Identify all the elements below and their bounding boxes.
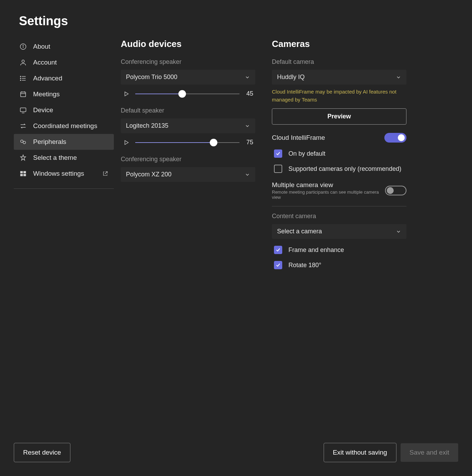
svg-point-17 (23, 141, 26, 144)
conf-speaker-label: Conferencing speaker (121, 58, 255, 66)
default-camera-label: Default camera (272, 58, 406, 66)
chevron-down-icon (396, 229, 401, 234)
sidebar-item-label: Account (33, 59, 57, 66)
sidebar-item-label: Windows settings (33, 170, 84, 177)
svg-rect-21 (23, 174, 26, 176)
sidebar-item-advanced[interactable]: Advanced (14, 70, 114, 86)
sidebar-item-label: Peripherals (33, 138, 66, 146)
page-title: Settings (0, 0, 472, 28)
on-by-default-label: On by default (288, 150, 325, 157)
conf-speaker-volume-value: 45 (245, 90, 253, 97)
list-icon (19, 75, 27, 82)
sidebar-item-label: Meetings (33, 90, 60, 98)
conf-speaker-value: Polycom Trio 5000 (126, 74, 177, 81)
default-camera-select[interactable]: Huddly IQ (272, 70, 406, 85)
play-icon[interactable] (123, 90, 130, 97)
supported-cameras-label: Supported cameras only (recommended) (288, 165, 401, 173)
conf-speaker-volume-slider[interactable] (135, 90, 239, 97)
save-and-exit-button[interactable]: Save and exit (401, 443, 458, 462)
exit-without-saving-button[interactable]: Exit without saving (324, 443, 396, 462)
svg-point-3 (22, 60, 24, 62)
sidebar-item-label: About (33, 43, 50, 50)
svg-rect-14 (20, 108, 26, 112)
play-icon[interactable] (123, 139, 130, 146)
theme-icon (19, 154, 27, 162)
reset-device-button[interactable]: Reset device (14, 443, 70, 462)
multi-view-toggle[interactable] (385, 186, 406, 195)
svg-point-2 (23, 45, 23, 46)
sidebar-item-device[interactable]: Device (14, 102, 114, 118)
conf-speaker2-value: Polycom XZ 200 (126, 171, 171, 178)
on-by-default-checkbox[interactable] (274, 149, 282, 158)
default-speaker-volume-value: 75 (245, 139, 253, 146)
svg-point-9 (20, 80, 21, 81)
content-camera-label: Content camera (272, 213, 406, 220)
sidebar-item-label: Device (33, 106, 53, 114)
conf-speaker-select[interactable]: Polycom Trio 5000 (121, 70, 255, 85)
default-speaker-volume-slider[interactable] (135, 139, 239, 146)
rotate-180-label: Rotate 180° (288, 262, 321, 269)
audio-heading: Audio devices (121, 39, 255, 49)
conf-speaker2-label: Conferencing speaker (121, 156, 255, 163)
sidebar-item-peripherals[interactable]: Peripherals (14, 134, 114, 150)
sidebar-item-label: Select a theme (33, 154, 77, 162)
sidebar-item-label: Advanced (33, 75, 62, 82)
arrows-icon (19, 122, 27, 130)
rotate-180-checkbox[interactable] (274, 261, 282, 269)
footer: Reset device Exit without saving Save an… (14, 443, 458, 462)
default-speaker-label: Default speaker (121, 107, 255, 114)
svg-point-7 (20, 76, 21, 77)
person-icon (19, 59, 27, 66)
default-camera-value: Huddly IQ (277, 74, 305, 81)
chevron-down-icon (245, 75, 250, 80)
chevron-down-icon (245, 172, 250, 177)
svg-rect-19 (23, 171, 26, 173)
windows-icon (19, 170, 27, 177)
audio-section: Audio devices Conferencing speaker Polyc… (121, 39, 255, 273)
sidebar-item-account[interactable]: Account (14, 55, 114, 70)
frame-enhance-label: Frame and enhance (288, 246, 344, 254)
conf-speaker2-select[interactable]: Polycom XZ 200 (121, 167, 255, 182)
multi-view-sub: Remote meeting participants can see mult… (272, 190, 385, 200)
sidebar-item-coordinated-meetings[interactable]: Coordinated meetings (14, 118, 114, 134)
svg-rect-18 (20, 171, 23, 173)
chevron-down-icon (396, 75, 401, 80)
sidebar-item-windows-settings[interactable]: Windows settings (14, 166, 114, 182)
sidebar-item-meetings[interactable]: Meetings (14, 86, 114, 102)
chevron-down-icon (245, 123, 250, 129)
info-icon (19, 43, 27, 50)
sidebar-item-about[interactable]: About (14, 39, 114, 55)
cameras-section: Cameras Default camera Huddly IQ Cloud I… (272, 39, 406, 273)
default-speaker-select[interactable]: Logitech 20135 (121, 118, 255, 133)
preview-button[interactable]: Preview (272, 108, 406, 125)
external-link-icon (102, 171, 108, 177)
sidebar: About Account Advanced Meetings Device C… (0, 39, 121, 273)
sidebar-item-select-theme[interactable]: Select a theme (14, 150, 114, 166)
cameras-heading: Cameras (272, 39, 406, 49)
sidebar-divider (14, 188, 114, 189)
content-camera-select[interactable]: Select a camera (272, 224, 406, 239)
svg-rect-20 (20, 174, 23, 176)
peripherals-icon (19, 138, 27, 146)
intelliframe-label: Cloud IntelliFrame (272, 134, 325, 142)
svg-point-16 (21, 140, 23, 143)
camera-warning: Cloud IntelliFrame may be impacted by AI… (272, 88, 406, 104)
svg-point-8 (20, 78, 21, 79)
default-speaker-value: Logitech 20135 (126, 122, 168, 129)
monitor-icon (19, 106, 27, 114)
sidebar-item-label: Coordinated meetings (33, 122, 97, 130)
multi-view-label: Multiple camera view (272, 181, 385, 189)
content-camera-value: Select a camera (277, 228, 322, 235)
intelliframe-toggle[interactable] (384, 133, 406, 143)
svg-rect-10 (21, 92, 26, 97)
cameras-divider (272, 206, 406, 206)
frame-enhance-checkbox[interactable] (274, 246, 282, 254)
supported-cameras-checkbox[interactable] (274, 165, 282, 173)
calendar-icon (19, 90, 27, 98)
